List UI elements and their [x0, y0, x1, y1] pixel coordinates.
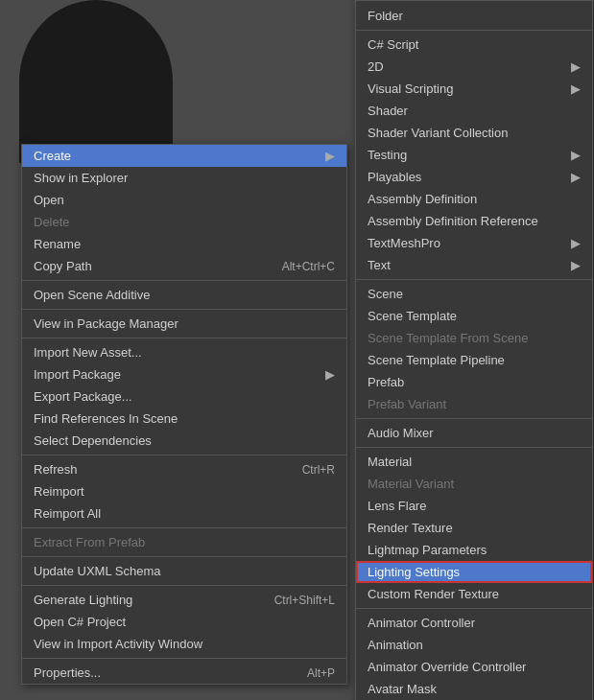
menu-item-open-csharp-project[interactable]: Open C# Project	[22, 611, 346, 633]
right-menu-item-visual-scripting-label: Visual Scripting	[368, 82, 453, 96]
menu-separator-4	[22, 455, 346, 455]
right-menu-item-playables[interactable]: Playables ▶	[356, 166, 592, 188]
right-menu-item-textmeshpro-label: TextMeshPro	[368, 236, 440, 250]
right-menu-item-folder-label: Folder	[368, 9, 403, 23]
menu-item-import-package[interactable]: Import Package ▶	[22, 363, 346, 385]
right-menu-item-assembly-definition-label: Assembly Definition	[368, 192, 477, 206]
menu-item-generate-lighting[interactable]: Generate Lighting Ctrl+Shift+L	[22, 589, 346, 611]
right-menu-item-material-variant-label: Material Variant	[368, 477, 454, 491]
right-menu-item-scene-template-pipeline-label: Scene Template Pipeline	[368, 353, 505, 367]
right-menu-item-2d[interactable]: 2D ▶	[356, 56, 592, 78]
right-menu-item-testing[interactable]: Testing ▶	[356, 144, 592, 166]
menu-item-open-csharp-project-label: Open C# Project	[34, 615, 126, 629]
right-separator-1	[356, 30, 592, 31]
right-menu-item-lens-flare-label: Lens Flare	[368, 499, 426, 513]
right-menu-item-scene-template-from-scene-label: Scene Template From Scene	[368, 331, 528, 345]
menu-item-create-label: Create	[34, 149, 71, 163]
menu-item-show-in-explorer[interactable]: Show in Explorer	[22, 167, 346, 189]
right-menu-item-animation-label: Animation	[368, 638, 423, 652]
menu-item-reimport[interactable]: Reimport	[22, 480, 346, 502]
menu-item-view-import-activity[interactable]: View in Import Activity Window	[22, 633, 346, 655]
menu-item-refresh[interactable]: Refresh Ctrl+R	[22, 458, 346, 480]
menu-item-open-scene-additive[interactable]: Open Scene Additive	[22, 284, 346, 306]
right-menu-item-lightmap-parameters[interactable]: Lightmap Parameters	[356, 539, 592, 561]
menu-item-show-in-explorer-label: Show in Explorer	[34, 171, 128, 185]
menu-item-reimport-label: Reimport	[34, 484, 84, 499]
right-menu-item-shader[interactable]: Shader	[356, 100, 592, 122]
right-menu-item-text-label: Text	[368, 258, 391, 272]
right-menu-item-material[interactable]: Material	[356, 451, 592, 473]
menu-item-open-scene-additive-label: Open Scene Additive	[34, 288, 150, 302]
right-menu-item-animator-override-controller[interactable]: Animator Override Controller	[356, 656, 592, 678]
right-menu-item-animator-controller[interactable]: Animator Controller	[356, 612, 592, 634]
menu-item-find-references-label: Find References In Scene	[34, 411, 178, 426]
menu-item-export-package[interactable]: Export Package...	[22, 385, 346, 408]
menu-item-update-uxml[interactable]: Update UXML Schema	[22, 560, 346, 582]
right-menu-item-scene-template-pipeline[interactable]: Scene Template Pipeline	[356, 349, 592, 371]
right-menu-item-assembly-definition-reference-label: Assembly Definition Reference	[368, 214, 538, 228]
right-menu-item-prefab[interactable]: Prefab	[356, 371, 592, 393]
menu-item-export-package-label: Export Package...	[34, 389, 132, 404]
right-menu-item-shader-label: Shader	[368, 104, 408, 118]
right-menu-item-testing-label: Testing	[368, 148, 407, 162]
menu-item-select-dependencies[interactable]: Select Dependencies	[22, 430, 346, 452]
menu-item-view-package-manager[interactable]: View in Package Manager	[22, 313, 346, 335]
right-menu-item-text[interactable]: Text ▶	[356, 254, 592, 276]
menu-item-select-dependencies-label: Select Dependencies	[34, 433, 152, 448]
menu-item-refresh-label: Refresh	[34, 462, 78, 477]
menu-item-import-new-asset[interactable]: Import New Asset...	[22, 341, 346, 363]
right-menu-item-assembly-definition[interactable]: Assembly Definition	[356, 188, 592, 210]
right-menu-item-scene-template-label: Scene Template	[368, 309, 457, 323]
menu-item-find-references[interactable]: Find References In Scene	[22, 408, 346, 430]
right-menu-item-text-arrow: ▶	[571, 258, 581, 272]
context-menu-right: Folder C# Script 2D ▶ Visual Scripting ▶…	[355, 0, 593, 700]
right-menu-item-shader-variant-collection[interactable]: Shader Variant Collection	[356, 122, 592, 144]
menu-item-create[interactable]: Create ▶	[22, 145, 346, 167]
menu-item-open-label: Open	[34, 193, 64, 207]
right-menu-item-lens-flare[interactable]: Lens Flare	[356, 495, 592, 517]
right-menu-item-2d-arrow: ▶	[571, 59, 581, 74]
menu-item-extract-from-prefab: Extract From Prefab	[22, 531, 346, 553]
right-menu-item-csharp-script[interactable]: C# Script	[356, 34, 592, 56]
menu-item-import-package-arrow: ▶	[325, 367, 335, 382]
right-menu-item-folder[interactable]: Folder	[356, 5, 592, 27]
right-menu-item-render-texture[interactable]: Render Texture	[356, 517, 592, 539]
right-menu-item-animator-override-controller-label: Animator Override Controller	[368, 660, 526, 674]
right-separator-3	[356, 418, 592, 419]
right-menu-item-material-variant: Material Variant	[356, 473, 592, 495]
menu-item-extract-from-prefab-label: Extract From Prefab	[34, 535, 145, 549]
right-menu-item-textmeshpro-arrow: ▶	[571, 236, 581, 250]
menu-item-delete: Delete	[22, 211, 346, 233]
right-menu-item-textmeshpro[interactable]: TextMeshPro ▶	[356, 232, 592, 254]
menu-item-rename[interactable]: Rename	[22, 233, 346, 255]
right-menu-item-animation[interactable]: Animation	[356, 634, 592, 656]
menu-item-refresh-shortcut: Ctrl+R	[302, 463, 335, 477]
menu-item-properties[interactable]: Properties... Alt+P	[22, 662, 346, 684]
menu-item-generate-lighting-shortcut: Ctrl+Shift+L	[274, 594, 335, 607]
right-menu-item-assembly-definition-reference[interactable]: Assembly Definition Reference	[356, 210, 592, 232]
right-menu-item-custom-render-texture[interactable]: Custom Render Texture	[356, 583, 592, 605]
right-menu-item-visual-scripting[interactable]: Visual Scripting ▶	[356, 78, 592, 100]
menu-item-copy-path[interactable]: Copy Path Alt+Ctrl+C	[22, 255, 346, 277]
right-menu-item-lighting-settings[interactable]: Lighting Settings	[356, 561, 592, 583]
menu-item-update-uxml-label: Update UXML Schema	[34, 564, 160, 578]
right-menu-item-audio-mixer-label: Audio Mixer	[368, 426, 434, 440]
right-menu-item-2d-label: 2D	[368, 59, 384, 74]
menu-item-create-arrow: ▶	[325, 149, 335, 163]
right-menu-item-scene[interactable]: Scene	[356, 283, 592, 305]
right-menu-item-shader-variant-collection-label: Shader Variant Collection	[368, 126, 508, 140]
right-menu-item-scene-template-from-scene: Scene Template From Scene	[356, 327, 592, 349]
right-separator-2	[356, 279, 592, 280]
menu-item-open[interactable]: Open	[22, 189, 346, 211]
right-menu-item-material-label: Material	[368, 455, 412, 469]
right-menu-item-scene-template[interactable]: Scene Template	[356, 305, 592, 327]
menu-separator-2	[22, 309, 346, 310]
right-menu-item-avatar-mask[interactable]: Avatar Mask	[356, 678, 592, 700]
right-menu-item-custom-render-texture-label: Custom Render Texture	[368, 587, 499, 601]
right-menu-item-prefab-label: Prefab	[368, 375, 404, 389]
menu-item-copy-path-label: Copy Path	[34, 259, 92, 273]
right-menu-item-testing-arrow: ▶	[571, 148, 581, 162]
menu-item-reimport-all[interactable]: Reimport All	[22, 502, 346, 525]
right-menu-item-render-texture-label: Render Texture	[368, 521, 453, 535]
right-menu-item-audio-mixer[interactable]: Audio Mixer	[356, 422, 592, 444]
